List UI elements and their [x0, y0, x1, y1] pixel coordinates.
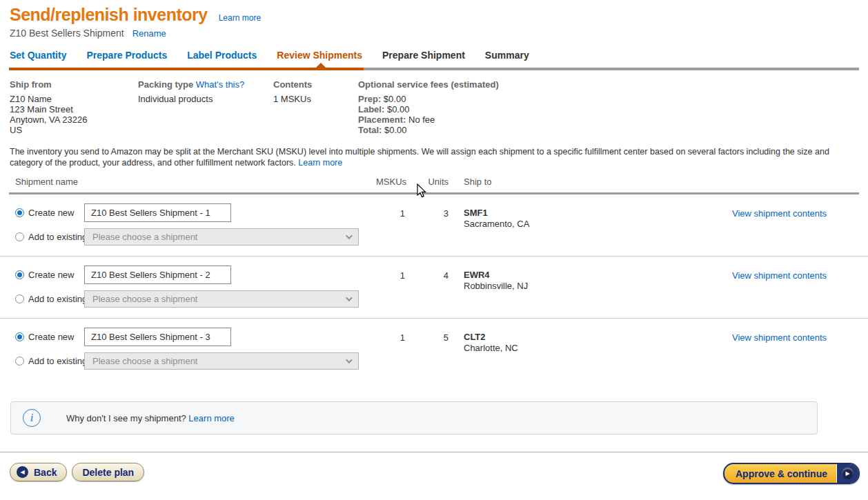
progress-bar-complete	[9, 68, 364, 70]
footer-actions: ◀ Back Delete plan Approve & continue ▶	[0, 452, 868, 484]
tab-set-quantity[interactable]: Set Quantity	[10, 50, 66, 61]
fulfillment-center-code: CLT2	[464, 332, 721, 343]
fee-placement: Placement: No fee	[358, 114, 499, 125]
units-value: 5	[405, 328, 448, 370]
add-to-existing-label: Add to existing	[28, 294, 87, 304]
col-header-units: Units	[405, 177, 448, 187]
rename-link[interactable]: Rename	[132, 28, 166, 39]
forward-arrow-icon: ▶	[842, 468, 854, 479]
create-new-radio[interactable]	[15, 332, 24, 341]
create-new-radio[interactable]	[15, 270, 24, 279]
ship-from-name: Z10 Name	[10, 94, 138, 104]
fulfillment-center-city: Robbinsville, NJ	[464, 281, 721, 292]
chevron-down-icon	[346, 232, 353, 239]
col-header-ship-to: Ship to	[448, 177, 721, 187]
approve-continue-button[interactable]: Approve & continue ▶	[723, 463, 860, 484]
service-fees-block: Optional service fees (estimated) Prep: …	[358, 79, 499, 135]
description-learn-more-link[interactable]: Learn more	[298, 158, 342, 168]
tab-review-shipments[interactable]: Review Shipments	[277, 50, 362, 61]
shipment-name-input[interactable]	[84, 266, 231, 284]
forward-arrow-cap: ▶	[837, 464, 858, 483]
shipment-plan-name: Z10 Best Sellers Shipment	[10, 28, 124, 39]
shipment-row-2: Create new Add to existing Please choose…	[0, 257, 868, 319]
tab-prepare-shipment: Prepare Shipment	[382, 50, 465, 61]
col-header-shipment-name: Shipment name	[10, 177, 376, 187]
delete-plan-button[interactable]: Delete plan	[72, 463, 144, 481]
create-new-label: Create new	[28, 270, 74, 280]
table-header-row: Shipment name MSKUs Units Ship to	[0, 168, 868, 192]
col-header-mskus: MSKUs	[376, 177, 405, 187]
ship-from-heading: Ship from	[10, 79, 138, 90]
existing-shipment-select[interactable]: Please choose a shipment	[84, 290, 359, 308]
units-value: 4	[405, 266, 448, 308]
shipment-name-input[interactable]	[84, 328, 231, 346]
ship-from-street: 123 Main Street	[10, 104, 138, 114]
title-learn-more-link[interactable]: Learn more	[219, 13, 261, 23]
add-to-existing-radio[interactable]	[15, 232, 24, 241]
units-value: 3	[405, 203, 448, 246]
ship-to-cell: CLT2 Charlotte, NC	[448, 328, 721, 370]
shipment-info-section: Ship from Z10 Name 123 Main Street Anyto…	[0, 70, 868, 135]
fee-prep: Prep: $0.00	[358, 94, 499, 104]
fulfillment-center-code: EWR4	[464, 270, 721, 281]
back-button[interactable]: ◀ Back	[10, 463, 67, 481]
fulfillment-center-city: Charlotte, NC	[464, 343, 721, 354]
ship-to-cell: SMF1 Sacramento, CA	[448, 203, 721, 246]
existing-shipment-select[interactable]: Please choose a shipment	[84, 228, 359, 246]
page-header: Send/replenish inventory Learn more Z10 …	[0, 0, 868, 39]
mskus-value: 1	[376, 203, 405, 246]
add-to-existing-label: Add to existing	[28, 356, 87, 366]
whats-this-link[interactable]: What's this?	[196, 79, 244, 90]
fulfillment-center-code: SMF1	[464, 208, 721, 219]
chevron-down-icon	[346, 357, 353, 363]
add-to-existing-radio[interactable]	[15, 294, 24, 303]
split-explanation-text: The inventory you send to Amazon may be …	[0, 135, 862, 168]
existing-shipment-select[interactable]: Please choose a shipment	[84, 352, 359, 370]
packing-type-value: Individual products	[138, 94, 273, 104]
fee-total: Total: $0.00	[358, 125, 499, 135]
packing-type-heading: Packing type	[138, 79, 193, 90]
ship-to-cell: EWR4 Robbinsville, NJ	[448, 266, 721, 308]
shipment-name-input[interactable]	[84, 203, 231, 222]
chevron-down-icon	[346, 294, 353, 301]
packing-type-block: Packing type What's this? Individual pro…	[138, 79, 273, 135]
progress-bar	[9, 63, 859, 70]
tab-summary: Summary	[485, 50, 529, 61]
info-learn-more-link[interactable]: Learn more	[188, 413, 234, 423]
info-question: Why don't I see my shipment?	[66, 413, 186, 423]
workflow-tabs: Set Quantity Prepare Products Label Prod…	[0, 48, 868, 70]
fulfillment-center-city: Sacramento, CA	[464, 219, 721, 230]
tab-prepare-products[interactable]: Prepare Products	[86, 50, 167, 61]
shipment-help-info-box: i Why don't I see my shipment? Learn mor…	[10, 401, 818, 434]
view-shipment-contents-link[interactable]: View shipment contents	[732, 270, 827, 281]
shipment-row-1: Create new Add to existing Please choose…	[0, 194, 868, 257]
add-to-existing-label: Add to existing	[28, 232, 87, 242]
mskus-value: 1	[376, 328, 405, 370]
add-to-existing-radio[interactable]	[15, 357, 24, 366]
contents-block: Contents 1 MSKUs	[273, 79, 358, 135]
page-title: Send/replenish inventory	[10, 5, 208, 25]
service-fees-heading: Optional service fees (estimated)	[358, 79, 499, 90]
info-circle-icon: i	[23, 409, 41, 427]
shipments-table: Shipment name MSKUs Units Ship to Create…	[0, 168, 868, 380]
tab-label-products[interactable]: Label Products	[187, 50, 257, 61]
progress-bar-remaining	[364, 68, 859, 70]
mskus-value: 1	[376, 266, 405, 308]
create-new-label: Create new	[28, 208, 74, 218]
view-shipment-contents-link[interactable]: View shipment contents	[732, 208, 827, 219]
ship-from-block: Ship from Z10 Name 123 Main Street Anyto…	[10, 79, 138, 135]
shipment-row-3: Create new Add to existing Please choose…	[0, 319, 868, 380]
ship-from-city: Anytown, VA 23226	[10, 114, 138, 125]
view-shipment-contents-link[interactable]: View shipment contents	[732, 332, 827, 343]
ship-from-country: US	[10, 125, 138, 135]
send-replenish-inventory-page: Send/replenish inventory Learn more Z10 …	[0, 0, 868, 500]
create-new-label: Create new	[28, 332, 74, 342]
back-arrow-icon: ◀	[17, 466, 28, 478]
fee-label: Label: $0.00	[358, 104, 499, 114]
contents-heading: Contents	[273, 79, 358, 90]
contents-value: 1 MSKUs	[273, 94, 358, 104]
create-new-radio[interactable]	[15, 208, 24, 217]
